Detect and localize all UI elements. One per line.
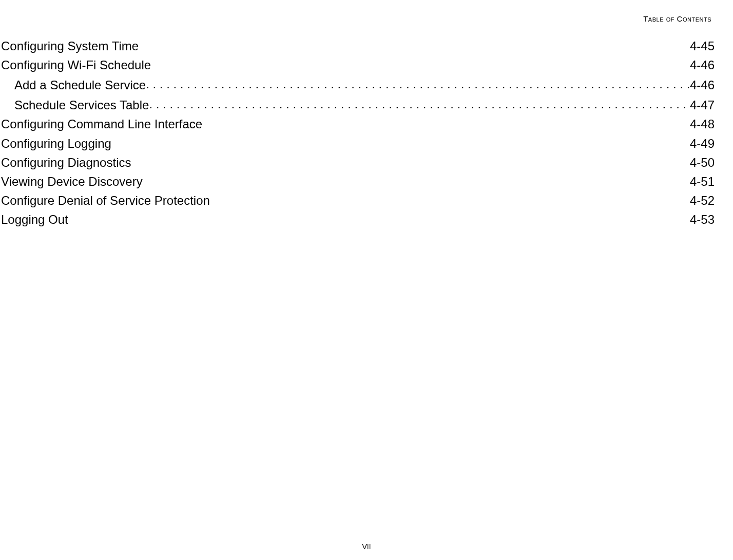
toc-entry: Schedule Services Table 4-47 bbox=[1, 94, 715, 114]
toc-entry: Viewing Device Discovery 4-51 bbox=[1, 172, 715, 191]
toc-page: 4-48 bbox=[690, 114, 715, 133]
toc-entry: Configure Denial of Service Protection 4… bbox=[1, 191, 715, 210]
toc-title: Configuring System Time bbox=[1, 36, 139, 55]
toc-page: 4-46 bbox=[690, 55, 715, 74]
page-header: Table of Contents bbox=[0, 0, 733, 23]
toc-title: Logging Out bbox=[1, 210, 68, 229]
toc-entry: Configuring Command Line Interface 4-48 bbox=[1, 114, 715, 133]
toc-page: 4-46 bbox=[690, 75, 715, 94]
toc-page: 4-51 bbox=[690, 172, 715, 191]
toc-entry: Configuring System Time 4-45 bbox=[1, 36, 715, 55]
toc-title: Configuring Command Line Interface bbox=[1, 114, 202, 133]
toc-page: 4-50 bbox=[690, 153, 715, 172]
toc-title: Viewing Device Discovery bbox=[1, 172, 143, 191]
toc-page: 4-49 bbox=[690, 134, 715, 153]
toc-page: 4-53 bbox=[690, 210, 715, 229]
page-number: VII bbox=[362, 543, 371, 551]
toc-title: Configure Denial of Service Protection bbox=[1, 191, 210, 210]
toc-title: Configuring Diagnostics bbox=[1, 153, 131, 172]
toc-page: 4-52 bbox=[690, 191, 715, 210]
toc-entry: Configuring Logging 4-49 bbox=[1, 134, 715, 153]
toc-dots bbox=[146, 74, 690, 89]
toc-content: Configuring System Time 4-45 Configuring… bbox=[0, 23, 733, 229]
toc-dots bbox=[149, 94, 690, 109]
toc-page: 4-47 bbox=[690, 95, 715, 114]
toc-entry: Logging Out 4-53 bbox=[1, 210, 715, 229]
toc-title: Configuring Logging bbox=[1, 134, 111, 153]
toc-title: Add a Schedule Service bbox=[14, 75, 146, 94]
toc-entry: Configuring Diagnostics 4-50 bbox=[1, 153, 715, 172]
toc-entry: Configuring Wi-Fi Schedule 4-46 bbox=[1, 55, 715, 74]
header-title: Table of Contents bbox=[643, 14, 711, 23]
toc-page: 4-45 bbox=[690, 36, 715, 55]
toc-title: Schedule Services Table bbox=[14, 95, 149, 114]
toc-title: Configuring Wi-Fi Schedule bbox=[1, 55, 151, 74]
page-footer: VII bbox=[0, 543, 733, 551]
toc-entry: Add a Schedule Service 4-46 bbox=[1, 74, 715, 94]
